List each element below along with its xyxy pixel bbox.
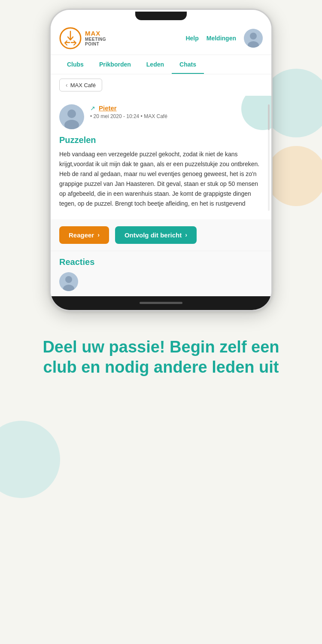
reaction-avatar xyxy=(59,272,78,291)
svg-point-11 xyxy=(65,276,72,283)
sub-nav: Clubs Prikborden Leden Chats xyxy=(51,55,271,74)
breadcrumb-chevron-icon: ‹ xyxy=(66,82,68,88)
post-area: ↗ Pieter • 20 mei 2020 - 10:24 • MAX Caf… xyxy=(51,96,271,219)
bottom-section: Deel uw passie! Begin zelf een club en n… xyxy=(0,311,322,404)
bg-decor-circle-3 xyxy=(0,421,60,498)
app-header: MAX MEETING POINT Help Meldingen xyxy=(51,22,271,55)
phone-notch xyxy=(135,12,187,20)
scroll-bar xyxy=(268,104,270,211)
post-date: • 20 mei 2020 - 10:24 • MAX Café xyxy=(90,113,167,119)
subnav-clubs[interactable]: Clubs xyxy=(59,55,91,74)
post-author-avatar-img xyxy=(59,104,84,129)
user-avatar[interactable] xyxy=(244,29,263,48)
ontvolg-chevron-icon: › xyxy=(185,231,187,238)
logo-icon xyxy=(59,27,82,49)
logo-brand: MAX xyxy=(85,30,106,37)
post-title: Puzzelen xyxy=(59,135,263,145)
subnav-leden[interactable]: Leden xyxy=(139,55,172,74)
logo-line2: POINT xyxy=(85,42,106,46)
post-body: Heb vandaag een verzegelde puzzel gekoch… xyxy=(59,149,263,209)
subnav-chats[interactable]: Chats xyxy=(172,55,204,74)
phone-notch-bar xyxy=(51,10,271,22)
logo-area: MAX MEETING POINT xyxy=(59,27,106,49)
svg-point-5 xyxy=(250,33,257,39)
subnav-prikborden[interactable]: Prikborden xyxy=(91,55,139,74)
reaction-preview xyxy=(59,272,263,291)
help-link[interactable]: Help xyxy=(185,35,198,42)
post-author-name[interactable]: Pieter xyxy=(99,104,117,112)
phone-home-bar xyxy=(140,302,182,304)
reacties-section: Reacties xyxy=(51,251,271,296)
breadcrumb-label: MAX Café xyxy=(70,82,96,88)
svg-point-8 xyxy=(67,109,76,118)
reaction-avatar-img xyxy=(59,272,78,291)
phone-frame: MAX MEETING POINT Help Meldingen xyxy=(49,9,273,311)
nav-links: Help Meldingen xyxy=(185,29,263,48)
breadcrumb-back-button[interactable]: ‹ MAX Café xyxy=(59,79,102,91)
user-avatar-img xyxy=(244,29,263,48)
reageer-button[interactable]: Reageer › xyxy=(59,226,109,244)
ontvolg-label: Ontvolg dit bericht xyxy=(125,231,182,239)
reageer-chevron-icon: › xyxy=(97,231,100,238)
notifications-link[interactable]: Meldingen xyxy=(207,35,236,42)
breadcrumb-bar: ‹ MAX Café xyxy=(51,74,271,96)
post-header: ↗ Pieter • 20 mei 2020 - 10:24 • MAX Caf… xyxy=(59,104,263,129)
reacties-title: Reacties xyxy=(59,257,263,267)
phone-bottom-bar xyxy=(51,296,271,310)
post-author-icon: ↗ xyxy=(90,105,95,112)
logo-text: MAX MEETING POINT xyxy=(85,30,106,47)
reageer-label: Reageer xyxy=(69,231,94,239)
bottom-tagline: Deel uw passie! Begin zelf een club en n… xyxy=(41,337,281,378)
post-author-avatar xyxy=(59,104,84,129)
phone-wrapper: MAX MEETING POINT Help Meldingen xyxy=(0,0,322,311)
post-author-line: ↗ Pieter xyxy=(90,104,167,112)
post-meta: ↗ Pieter • 20 mei 2020 - 10:24 • MAX Caf… xyxy=(90,104,167,119)
logo-line1: MEETING xyxy=(85,37,106,42)
scroll-thumb xyxy=(268,104,270,130)
action-bar: Reageer › Ontvolg dit bericht › xyxy=(51,219,271,251)
ontvolg-button[interactable]: Ontvolg dit bericht › xyxy=(115,226,197,244)
